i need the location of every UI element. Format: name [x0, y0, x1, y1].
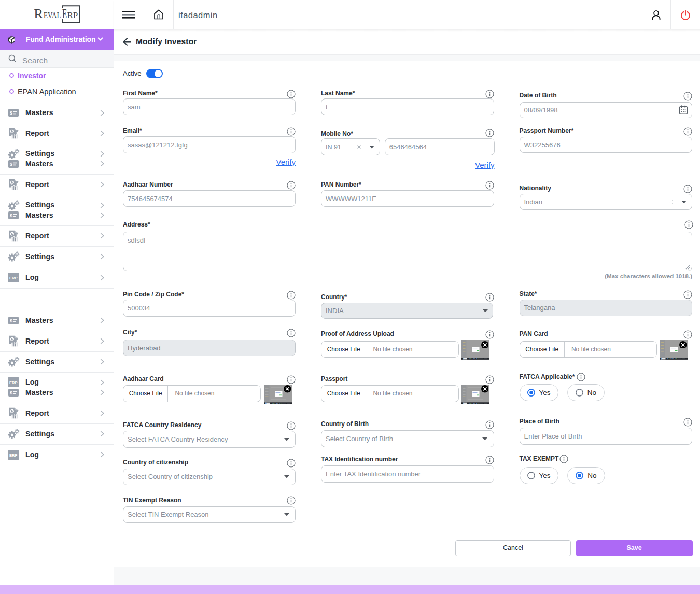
- svg-text:$: $: [10, 390, 12, 395]
- svg-text:$: $: [10, 213, 12, 218]
- svg-text:RP: RP: [67, 10, 78, 20]
- svg-text:R: R: [34, 7, 43, 21]
- svg-text:$: $: [10, 318, 12, 323]
- svg-text:$: $: [10, 162, 12, 167]
- svg-text:E: E: [62, 7, 67, 21]
- svg-text:EVAL: EVAL: [44, 10, 61, 20]
- svg-text:ERP: ERP: [9, 380, 17, 385]
- svg-text:$: $: [10, 110, 12, 116]
- svg-text:ERP: ERP: [9, 276, 17, 280]
- svg-text:ERP: ERP: [9, 453, 17, 458]
